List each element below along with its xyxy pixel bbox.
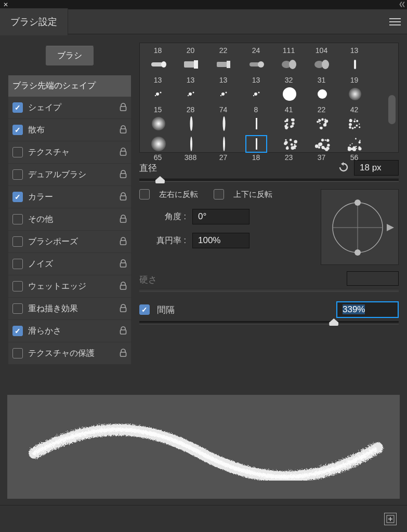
lock-icon[interactable] bbox=[119, 125, 129, 135]
diameter-slider[interactable] bbox=[139, 179, 399, 182]
lock-icon[interactable] bbox=[119, 348, 129, 358]
option-checkbox[interactable] bbox=[12, 214, 23, 224]
svg-point-79 bbox=[354, 118, 355, 119]
brush-thumbnail[interactable]: 13 bbox=[338, 45, 371, 74]
thumb-size: 13 bbox=[174, 75, 207, 85]
new-preset-icon[interactable] bbox=[384, 513, 397, 525]
option-row-5[interactable]: その他 bbox=[8, 208, 131, 231]
brush-thumbnail[interactable]: 18 bbox=[141, 45, 174, 74]
option-row-4[interactable]: カラー bbox=[8, 186, 131, 208]
brush-thumbnail[interactable]: 13 bbox=[141, 74, 174, 104]
option-checkbox[interactable] bbox=[12, 348, 23, 358]
svg-point-105 bbox=[284, 141, 287, 144]
brush-button[interactable]: ブラシ bbox=[45, 46, 94, 66]
lock-icon[interactable] bbox=[119, 236, 129, 247]
option-row-10[interactable]: 滑らかさ bbox=[8, 320, 131, 342]
brush-thumbnail[interactable]: 13 bbox=[240, 74, 272, 104]
lock-icon[interactable] bbox=[119, 192, 129, 202]
brush-thumbnail[interactable]: 24 bbox=[240, 45, 272, 74]
brush-thumbnail[interactable]: 18 bbox=[240, 134, 272, 163]
brush-thumbnail[interactable]: 74 bbox=[207, 104, 240, 134]
brush-thumbnail[interactable]: 15 bbox=[141, 104, 174, 134]
brush-tip-thumbnails: 1820222411110413131313133231191528748412… bbox=[139, 43, 399, 153]
brush-thumbnail[interactable]: 31 bbox=[305, 74, 338, 104]
option-checkbox[interactable] bbox=[12, 259, 23, 269]
spacing-checkbox[interactable] bbox=[139, 304, 150, 315]
option-row-2[interactable]: テクスチャ bbox=[8, 141, 131, 164]
panel-menu-icon[interactable] bbox=[389, 18, 401, 26]
brush-thumbnail[interactable]: 20 bbox=[174, 45, 207, 74]
brush-thumbnail[interactable]: 111 bbox=[272, 45, 305, 74]
lock-icon[interactable] bbox=[119, 281, 129, 291]
category-label: ブラシ先端のシェイプ bbox=[12, 81, 96, 90]
svg-point-119 bbox=[321, 146, 324, 149]
lock-icon[interactable] bbox=[119, 147, 129, 157]
option-checkbox[interactable] bbox=[12, 192, 23, 202]
option-row-9[interactable]: 重ね描き効果 bbox=[8, 298, 131, 320]
angle-input[interactable]: 0° bbox=[192, 209, 250, 224]
svg-point-35 bbox=[225, 92, 227, 94]
settings-pane: 1820222411110413131313133231191528748412… bbox=[139, 43, 399, 365]
close-icon[interactable]: ✕ bbox=[3, 1, 8, 8]
brush-thumbnail[interactable]: 41 bbox=[272, 104, 305, 134]
brush-thumbnail[interactable]: 32 bbox=[272, 74, 305, 104]
option-row-8[interactable]: ウェットエッジ bbox=[8, 275, 131, 298]
option-row-6[interactable]: ブラシポーズ bbox=[8, 231, 131, 253]
option-checkbox[interactable] bbox=[12, 326, 23, 336]
option-checkbox[interactable] bbox=[12, 147, 23, 157]
brush-thumbnail[interactable]: 56 bbox=[338, 134, 371, 163]
spacing-row: 間隔 339% bbox=[139, 301, 399, 318]
brush-thumbnail[interactable]: 37 bbox=[305, 134, 338, 163]
brush-thumbnail[interactable]: 104 bbox=[305, 45, 338, 74]
brush-thumbnail[interactable]: 8 bbox=[240, 104, 272, 134]
option-label: カラー bbox=[28, 192, 119, 203]
svg-point-97 bbox=[294, 145, 296, 148]
brush-thumbnail[interactable]: 22 bbox=[305, 104, 338, 134]
tab-brush-settings[interactable]: ブラシ設定 bbox=[0, 8, 68, 35]
svg-point-87 bbox=[356, 120, 358, 122]
svg-rect-3 bbox=[121, 107, 126, 111]
collapse-icon[interactable]: ❮❮ bbox=[399, 1, 404, 8]
svg-point-116 bbox=[319, 142, 322, 145]
spacing-slider[interactable] bbox=[139, 321, 399, 324]
option-checkbox[interactable] bbox=[12, 102, 23, 113]
sidebar: ブラシ ブラシ先端のシェイプ シェイプ散布テクスチャデュアルブラシカラーその他ブ… bbox=[8, 43, 131, 365]
option-row-3[interactable]: デュアルブラシ bbox=[8, 164, 131, 186]
option-row-1[interactable]: 散布 bbox=[8, 119, 131, 141]
spacing-input[interactable]: 339% bbox=[336, 301, 399, 318]
lock-icon[interactable] bbox=[119, 169, 129, 180]
lock-icon[interactable] bbox=[119, 326, 129, 336]
lock-icon[interactable] bbox=[119, 214, 129, 224]
flip-x-checkbox[interactable] bbox=[139, 189, 150, 200]
roundness-input[interactable]: 100% bbox=[192, 233, 250, 248]
brush-thumbnail[interactable]: 27 bbox=[207, 134, 240, 163]
option-label: 重ね描き効果 bbox=[28, 303, 119, 314]
option-row-7[interactable]: ノイズ bbox=[8, 253, 131, 275]
brush-thumbnail[interactable]: 22 bbox=[207, 45, 240, 74]
thumbnail-scrollbar[interactable] bbox=[388, 95, 396, 124]
angle-roundness-dial[interactable] bbox=[321, 189, 399, 265]
brush-thumbnail[interactable]: 388 bbox=[174, 134, 207, 163]
svg-point-56 bbox=[286, 119, 288, 122]
brush-thumbnail[interactable]: 13 bbox=[174, 74, 207, 104]
option-checkbox[interactable] bbox=[12, 303, 23, 314]
flip-y-checkbox[interactable] bbox=[214, 189, 224, 200]
brush-tip-shape-header[interactable]: ブラシ先端のシェイプ bbox=[8, 75, 131, 97]
brush-thumbnail[interactable]: 19 bbox=[338, 74, 371, 104]
brush-thumbnail[interactable]: 28 bbox=[174, 104, 207, 134]
option-row-0[interactable]: シェイプ bbox=[8, 97, 131, 119]
option-row-11[interactable]: テクスチャの保護 bbox=[8, 342, 131, 365]
lock-icon[interactable] bbox=[119, 102, 129, 113]
brush-thumbnail[interactable]: 65 bbox=[141, 134, 174, 163]
brush-thumbnail[interactable]: 42 bbox=[338, 104, 371, 134]
lock-icon[interactable] bbox=[119, 303, 129, 314]
option-checkbox[interactable] bbox=[12, 125, 23, 135]
option-checkbox[interactable] bbox=[12, 169, 23, 180]
option-checkbox[interactable] bbox=[12, 236, 23, 247]
lock-icon[interactable] bbox=[119, 259, 129, 269]
svg-point-103 bbox=[294, 144, 295, 145]
option-checkbox[interactable] bbox=[12, 281, 23, 291]
brush-thumbnail[interactable]: 23 bbox=[272, 134, 305, 163]
svg-point-26 bbox=[322, 60, 329, 69]
brush-thumbnail[interactable]: 13 bbox=[207, 74, 240, 104]
